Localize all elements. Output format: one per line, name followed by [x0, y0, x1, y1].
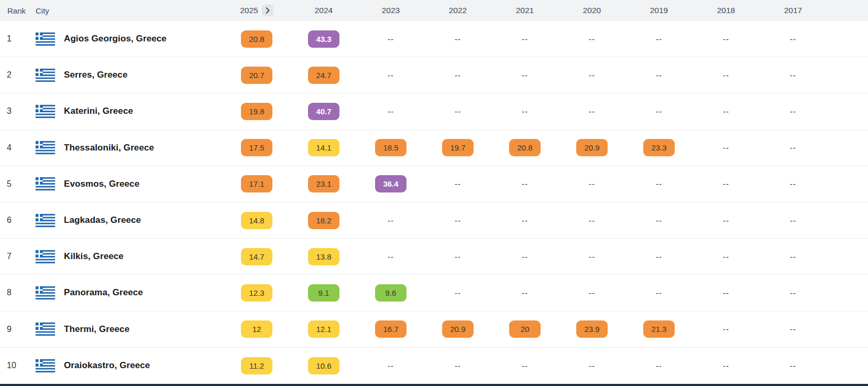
no-data-dash: --	[656, 216, 662, 225]
value-cell: --	[357, 216, 424, 225]
value-cell: 23.3	[625, 139, 693, 156]
no-data-dash: --	[790, 179, 796, 188]
aqi-value-badge: 20.8	[241, 30, 272, 48]
value-cell: 14.7	[223, 248, 290, 265]
value-cell: --	[760, 107, 827, 116]
value-cell: 20.7	[223, 67, 290, 84]
no-data-dash: --	[589, 361, 595, 370]
city-cell[interactable]: Agios Georgios, Greece	[36, 33, 223, 46]
value-cell: 9.1	[290, 284, 357, 302]
value-cell: --	[558, 71, 625, 80]
no-data-dash: --	[790, 35, 796, 44]
no-data-dash: --	[388, 35, 394, 44]
value-cell: --	[424, 288, 491, 297]
no-data-dash: --	[790, 252, 796, 261]
city-cell[interactable]: Oraiokastro, Greece	[36, 359, 223, 372]
city-ranking-table: Rank City 2025 2024 2023 2022 2021 2020 …	[0, 0, 868, 386]
aqi-value-badge: 20.8	[509, 139, 541, 156]
value-cell: 10.6	[290, 357, 357, 374]
year-label: 2025	[240, 6, 258, 15]
value-cell: --	[491, 361, 558, 370]
value-cell: 20.9	[558, 139, 625, 156]
no-data-dash: --	[723, 252, 729, 261]
value-cell: 43.3	[290, 30, 357, 48]
no-data-dash: --	[455, 361, 461, 370]
no-data-dash: --	[455, 288, 461, 297]
rank-cell: 2	[0, 70, 36, 80]
value-cell: --	[760, 143, 827, 152]
value-cell: --	[558, 361, 625, 370]
no-data-dash: --	[723, 143, 729, 152]
next-year-chevron-button[interactable]	[262, 5, 273, 16]
value-cell: --	[558, 288, 625, 297]
no-data-dash: --	[723, 361, 729, 370]
table-row: 3 Katerini, Greece 19.840.7-------------…	[0, 93, 868, 130]
rank-column-header: Rank	[0, 6, 36, 15]
value-cell: --	[491, 288, 558, 297]
no-data-dash: --	[723, 325, 729, 334]
greece-flag-icon	[36, 33, 55, 46]
city-cell[interactable]: Panorama, Greece	[36, 286, 223, 299]
city-cell[interactable]: Lagkadas, Greece	[36, 214, 223, 227]
no-data-dash: --	[723, 216, 729, 225]
value-cell: 40.7	[290, 103, 357, 120]
aqi-value-badge: 17.5	[241, 139, 272, 156]
city-cell[interactable]: Evosmos, Greece	[36, 177, 223, 190]
aqi-value-badge: 10.6	[308, 357, 339, 374]
value-cell: 24.7	[290, 67, 357, 84]
no-data-dash: --	[388, 107, 394, 116]
city-cell[interactable]: Thessaloniki, Greece	[36, 141, 223, 154]
no-data-dash: --	[388, 216, 394, 225]
value-cell: --	[357, 361, 424, 370]
table-row: 4 Thessaloniki, Greece 17.514.118.519.72…	[0, 130, 868, 166]
no-data-dash: --	[790, 325, 796, 334]
aqi-value-badge: 19.8	[241, 103, 272, 120]
value-cell: 20.8	[491, 139, 558, 156]
aqi-value-badge: 9.6	[375, 284, 406, 302]
aqi-value-badge: 23.1	[308, 175, 339, 192]
value-cell: --	[491, 107, 558, 116]
value-cell: --	[558, 179, 625, 188]
value-cell: 9.6	[357, 284, 424, 302]
city-column-header: City	[36, 6, 223, 15]
table-header-row: Rank City 2025 2024 2023 2022 2021 2020 …	[0, 0, 868, 21]
no-data-dash: --	[656, 107, 662, 116]
no-data-dash: --	[790, 71, 796, 80]
no-data-dash: --	[790, 216, 796, 225]
aqi-value-badge: 43.3	[308, 30, 339, 48]
city-cell[interactable]: Katerini, Greece	[36, 105, 223, 118]
chevron-right-icon	[266, 7, 270, 14]
aqi-value-badge: 20.7	[241, 67, 272, 84]
no-data-dash: --	[589, 35, 595, 44]
year-column-header-2023: 2023	[357, 6, 424, 15]
value-cell: --	[491, 71, 558, 80]
city-cell[interactable]: Thermi, Greece	[36, 323, 223, 336]
rank-cell: 1	[0, 34, 36, 44]
value-cell: 13.8	[290, 248, 357, 265]
no-data-dash: --	[522, 107, 528, 116]
no-data-dash: --	[723, 35, 729, 44]
no-data-dash: --	[656, 179, 662, 188]
aqi-value-badge: 11.2	[241, 357, 272, 374]
no-data-dash: --	[790, 361, 796, 370]
no-data-dash: --	[723, 179, 729, 188]
rank-cell: 6	[0, 216, 36, 225]
value-cell: --	[357, 252, 424, 261]
value-cell: --	[625, 71, 693, 80]
value-cell: --	[625, 216, 693, 225]
no-data-dash: --	[455, 107, 461, 116]
value-cell: --	[424, 71, 491, 80]
greece-flag-icon	[36, 250, 55, 263]
value-cell: 23.1	[290, 175, 357, 192]
city-cell[interactable]: Serres, Greece	[36, 69, 223, 82]
year-column-header-2018: 2018	[693, 6, 760, 15]
year-column-header-2019: 2019	[625, 6, 693, 15]
value-cell: 14.1	[290, 139, 357, 156]
city-cell[interactable]: Kilkis, Greece	[36, 250, 223, 263]
value-cell: --	[491, 179, 558, 188]
year-column-header-2024: 2024	[290, 6, 357, 15]
value-cell: --	[357, 107, 424, 116]
value-cell: --	[491, 252, 558, 261]
no-data-dash: --	[455, 216, 461, 225]
value-cell: --	[625, 179, 693, 188]
